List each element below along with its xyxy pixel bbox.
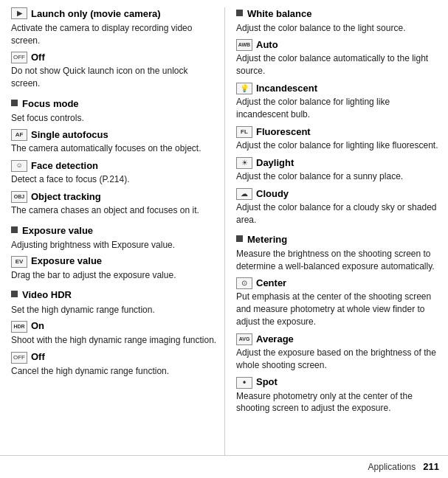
section-wb-title: White balance <box>247 7 311 21</box>
section-hdr-header: Video HDR <box>11 288 217 302</box>
wb-incandescent-label: Incandescent <box>256 82 317 95</box>
section-launch-desc: Activate the camera to display recording… <box>11 22 217 47</box>
sub-item-single-header: AF Single autofocus <box>11 128 217 142</box>
footer: Applications 211 <box>0 455 448 478</box>
sub-item-wb-auto: AWB Auto Adjust the color balance automa… <box>236 38 441 77</box>
footer-label: Applications <box>368 461 416 474</box>
section-white-balance: White balance Adjust the color balance t… <box>236 7 441 226</box>
section-metering-title: Metering <box>247 233 287 246</box>
footer-page: 211 <box>423 460 439 474</box>
sub-item-off: OFF Off Do not show Quick launch icon on… <box>11 51 217 90</box>
page: ▶ Launch only (movie camera) Activate th… <box>0 0 448 478</box>
wb-cloudy-label: Cloudy <box>256 187 289 201</box>
section-exposure-desc: Adjusting brightness with Exposure value… <box>11 239 217 252</box>
movie-camera-icon: ▶ <box>11 7 27 19</box>
single-autofocus-desc: The camera automatically focuses on the … <box>11 142 217 155</box>
hdr-on-icon: HDR <box>11 321 27 333</box>
sub-item-spot-header: • Spot <box>236 375 441 389</box>
sub-item-hdr-on: HDR On Shoot with the high dynamic range… <box>11 319 217 346</box>
exposure-value-desc: Drag the bar to adjust the exposure valu… <box>11 269 217 282</box>
metering-center-desc: Put emphasis at the center of the shooti… <box>236 291 441 328</box>
metering-spot-icon: • <box>236 377 252 389</box>
hdr-off-icon: OFF <box>11 352 27 364</box>
left-column: ▶ Launch only (movie camera) Activate th… <box>0 7 225 455</box>
sub-item-exposure-value: EV Exposure value Drag the bar to adjust… <box>11 254 217 281</box>
sub-item-wb-cloudy-header: ☁ Cloudy <box>236 187 441 201</box>
sub-item-wb-fluorescent: FL Fluorescent Adjust the color balance … <box>236 125 441 152</box>
sub-item-wb-incandescent: 💡 Incandescent Adjust the color balance … <box>236 82 441 121</box>
wb-cloudy-icon: ☁ <box>236 188 252 200</box>
wb-daylight-icon: ☀ <box>236 157 252 169</box>
wb-fluorescent-desc: Adjust the color balance for lighting li… <box>236 139 441 152</box>
sub-item-wb-daylight-header: ☀ Daylight <box>236 156 441 170</box>
content-area: ▶ Launch only (movie camera) Activate th… <box>0 0 448 455</box>
hdr-on-label: On <box>31 319 44 333</box>
metering-bullet <box>236 235 243 242</box>
section-wb-desc: Adjust the color balance to the light so… <box>236 22 441 35</box>
off-desc: Do not show Quick launch icon on the unl… <box>11 65 217 90</box>
exposure-value-icon: EV <box>11 256 27 268</box>
section-launch-title: Launch only (movie camera) <box>31 7 161 21</box>
sub-item-object-header: OBJ Object tracking <box>11 190 217 204</box>
section-hdr-title: Video HDR <box>22 288 72 302</box>
face-detection-desc: Detect a face to focus (P.214). <box>11 173 217 186</box>
object-tracking-label: Object tracking <box>31 190 101 204</box>
metering-spot-desc: Measure photometry only at the center of… <box>236 390 441 415</box>
object-tracking-icon: OBJ <box>11 191 27 203</box>
off-label: Off <box>31 51 45 64</box>
metering-center-icon: ⊙ <box>236 277 252 289</box>
section-metering: Metering Measure the brightness on the s… <box>236 233 441 415</box>
hdr-off-desc: Cancel the high dynamic range function. <box>11 365 217 378</box>
metering-average-icon: AVG <box>236 333 252 345</box>
sub-item-exposure-header: EV Exposure value <box>11 254 217 268</box>
sub-item-center-header: ⊙ Center <box>236 277 441 290</box>
metering-center-label: Center <box>256 277 286 290</box>
sub-item-average-header: AVG Average <box>236 333 441 346</box>
section-exposure-header: Exposure value <box>11 224 217 238</box>
sub-item-wb-fluorescent-header: FL Fluorescent <box>236 125 441 139</box>
wb-auto-desc: Adjust the color balance automatically t… <box>236 52 441 77</box>
exposure-value-label: Exposure value <box>31 254 102 268</box>
wb-auto-icon: AWB <box>236 39 252 51</box>
object-tracking-desc: The camera chases an object and focuses … <box>11 204 217 217</box>
section-launch: ▶ Launch only (movie camera) Activate th… <box>11 7 217 90</box>
section-metering-header: Metering <box>236 233 441 246</box>
section-hdr-desc: Set the high dynamic range function. <box>11 304 217 316</box>
exposure-bullet <box>11 226 18 233</box>
sub-item-hdr-off-header: OFF Off <box>11 350 217 364</box>
sub-item-wb-incandescent-header: 💡 Incandescent <box>236 82 441 95</box>
sub-item-off-header: OFF Off <box>11 51 217 64</box>
single-autofocus-icon: AF <box>11 129 27 141</box>
section-focus-desc: Set focus controls. <box>11 112 217 125</box>
off-icon: OFF <box>11 52 27 63</box>
metering-average-label: Average <box>256 333 294 346</box>
sub-item-wb-auto-header: AWB Auto <box>236 38 441 52</box>
section-video-hdr: Video HDR Set the high dynamic range fun… <box>11 288 217 377</box>
sub-item-face-detection: ☺ Face detection Detect a face to focus … <box>11 159 217 186</box>
section-exposure: Exposure value Adjusting brightness with… <box>11 224 217 282</box>
wb-incandescent-icon: 💡 <box>236 83 252 94</box>
sub-item-single-autofocus: AF Single autofocus The camera automatic… <box>11 128 217 155</box>
wb-bullet <box>236 10 243 16</box>
face-detection-icon: ☺ <box>11 160 27 172</box>
sub-item-wb-daylight: ☀ Daylight Adjust the color balance for … <box>236 156 441 183</box>
wb-daylight-label: Daylight <box>256 156 294 170</box>
sub-item-hdr-off: OFF Off Cancel the high dynamic range fu… <box>11 350 217 377</box>
wb-incandescent-desc: Adjust the color balance for lighting li… <box>236 96 441 121</box>
wb-auto-label: Auto <box>256 38 278 52</box>
sub-item-metering-average: AVG Average Adjust the exposure based on… <box>236 333 441 372</box>
section-metering-desc: Measure the brightness on the shooting s… <box>236 248 441 273</box>
wb-cloudy-desc: Adjust the color balance for a cloudy sk… <box>236 201 441 226</box>
right-column: White balance Adjust the color balance t… <box>225 7 448 455</box>
sub-item-hdr-on-header: HDR On <box>11 319 217 333</box>
hdr-bullet <box>11 291 18 297</box>
sub-item-metering-spot: • Spot Measure photometry only at the ce… <box>236 375 441 415</box>
single-autofocus-label: Single autofocus <box>31 128 108 142</box>
sub-item-metering-center: ⊙ Center Put emphasis at the center of t… <box>236 277 441 328</box>
wb-daylight-desc: Adjust the color balance for a sunny pla… <box>236 170 441 183</box>
section-focus-mode: Focus mode Set focus controls. AF Single… <box>11 97 217 217</box>
focus-bullet <box>11 100 18 106</box>
face-detection-label: Face detection <box>31 159 98 173</box>
sub-item-face-header: ☺ Face detection <box>11 159 217 173</box>
sub-item-object-tracking: OBJ Object tracking The camera chases an… <box>11 190 217 217</box>
